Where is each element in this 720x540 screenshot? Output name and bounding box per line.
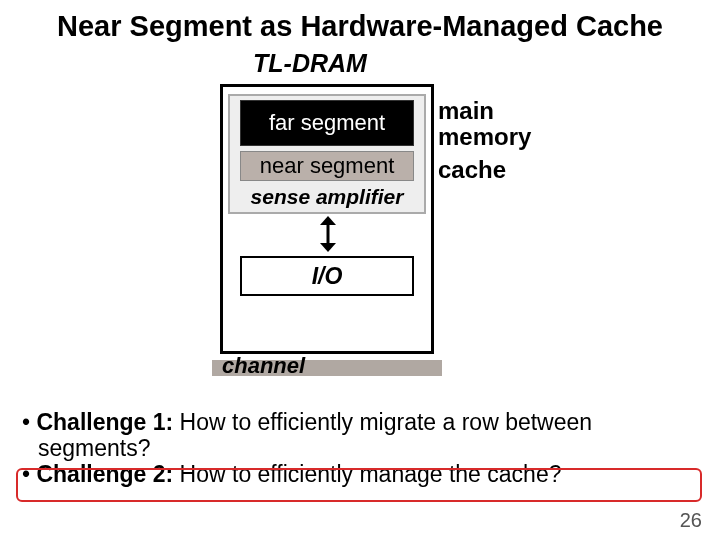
- annotation-main-l1: main: [438, 97, 494, 124]
- far-segment-box: far segment: [240, 100, 414, 146]
- svg-marker-2: [320, 243, 336, 252]
- near-segment-box: near segment: [240, 151, 414, 181]
- challenge-2-label: Challenge 2:: [36, 461, 173, 487]
- io-box: I/O: [240, 256, 414, 296]
- annotation-main-memory: main memory: [438, 98, 531, 150]
- sense-amplifier-label: sense amplifier: [240, 184, 414, 210]
- annotation-cache: cache: [438, 156, 506, 184]
- challenge-2-text: How to efficiently manage the cache?: [173, 461, 561, 487]
- svg-marker-0: [320, 216, 336, 225]
- diagram: far segment near segment sense amplifier…: [0, 78, 720, 378]
- challenge-2: Challenge 2: How to efficiently manage t…: [22, 462, 702, 488]
- challenge-1: Challenge 1: How to efficiently migrate …: [22, 410, 702, 462]
- challenge-list: Challenge 1: How to efficiently migrate …: [22, 410, 702, 487]
- slide-title: Near Segment as Hardware-Managed Cache: [0, 0, 720, 49]
- page-number: 26: [680, 509, 702, 532]
- challenge-1-label: Challenge 1:: [36, 409, 173, 435]
- annotation-main-l2: memory: [438, 123, 531, 150]
- tl-dram-label: TL-DRAM: [0, 49, 720, 78]
- double-arrow-icon: [320, 216, 336, 252]
- channel-label: channel: [222, 353, 305, 379]
